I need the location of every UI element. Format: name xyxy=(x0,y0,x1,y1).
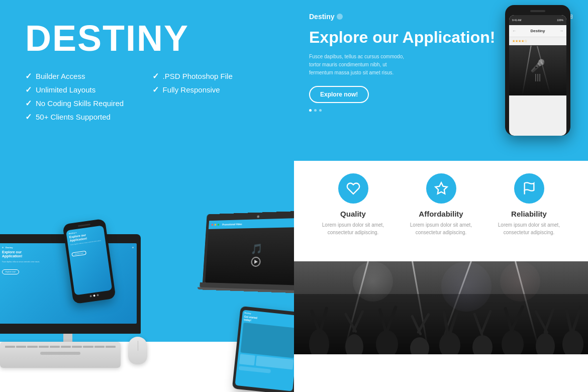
right-panel: Destiny Available for: ◆ ⊞ Explore our A… xyxy=(294,0,588,392)
feature-label: 50+ Clients Supported xyxy=(36,113,111,121)
feature-reliability: Reliability Lorem ipsum dolor sit amet, … xyxy=(485,173,573,236)
feature-item: ✓ Unlimited Layouts xyxy=(25,85,142,94)
quality-desc: Lorem ipsum dolor sit amet, consectetur … xyxy=(314,221,392,236)
nav-brand: Destiny xyxy=(309,13,343,21)
hero-description: Fusce dapibus, tellus ac cursus commodo,… xyxy=(309,53,410,77)
features-row: Quality Lorem ipsum dolor sit amet, cons… xyxy=(309,173,573,236)
star-icon xyxy=(434,181,448,195)
stage-light-2 xyxy=(441,261,492,312)
tablet-mockup: Destiny●●● Get startedtoday! xyxy=(232,306,294,392)
nav-brand-text: Destiny xyxy=(309,13,335,21)
laptop-mockup: Promotional Video 🎵 xyxy=(202,211,294,294)
phone-notch xyxy=(530,10,545,12)
check-icon: ✓ xyxy=(25,85,32,94)
feature-label: Fully Responsive xyxy=(163,85,220,94)
crowd-silhouette xyxy=(294,294,588,354)
phone-battery: 100% xyxy=(557,19,563,22)
feature-item: ✓ No Coding Skills Required xyxy=(25,99,142,108)
phone-image-area: 🎤 ||| xyxy=(509,45,566,95)
right-hero-section: Destiny Available for: ◆ ⊞ Explore our A… xyxy=(294,0,588,161)
brand-title: DESTINY xyxy=(25,20,269,56)
check-icon: ✓ xyxy=(25,71,32,81)
phone-stars: ★★★★☆ xyxy=(509,37,566,45)
phone-right-container: 9:41 AM 100% ← Destiny → ★★★★☆ 🎤 xyxy=(498,5,578,161)
feature-label: No Coding Skills Required xyxy=(36,99,124,108)
tablet-screen: Destiny●●● Get startedtoday! xyxy=(235,310,294,391)
features-grid: ✓ Builder Access ✓ .PSD Photoshop File ✓… xyxy=(25,71,269,122)
crowd-svg xyxy=(294,294,588,354)
devices-area: Destiny Explore ourApplication! Fusce da… xyxy=(0,131,294,392)
check-icon: ✓ xyxy=(152,85,159,94)
phone-left-screen: Destiny ● Explore ourApplication! Fusce … xyxy=(66,225,112,295)
feature-item: ✓ Fully Responsive xyxy=(152,85,269,94)
explore-button[interactable]: Explore now! xyxy=(309,86,369,103)
stage-light-1 xyxy=(353,261,393,302)
nav-brand-icon xyxy=(337,14,343,20)
feature-item xyxy=(152,99,269,108)
check-icon: ✓ xyxy=(152,71,159,81)
reliability-desc: Lorem ipsum dolor sit amet, consectetur … xyxy=(490,221,568,236)
affordability-desc: Lorem ipsum dolor sit amet, consectetur … xyxy=(402,221,480,236)
phone-time: 9:41 AM xyxy=(512,19,521,22)
heart-icon xyxy=(346,181,360,195)
concert-background xyxy=(294,261,588,354)
feature-quality: Quality Lorem ipsum dolor sit amet, cons… xyxy=(309,173,397,236)
dot-3[interactable] xyxy=(319,109,322,112)
phone-app-bar: ← Destiny → xyxy=(509,25,566,37)
quality-circle xyxy=(338,173,368,204)
dot-2[interactable] xyxy=(314,109,317,112)
feature-label: Builder Access xyxy=(36,72,85,80)
feature-item: ✓ 50+ Clients Supported xyxy=(25,112,142,122)
phone-status-bar: 9:41 AM 100% xyxy=(509,15,566,25)
feature-label: .PSD Photoshop File xyxy=(163,72,233,80)
mouse xyxy=(128,337,147,364)
feature-item: ✓ Builder Access xyxy=(25,71,142,81)
keyboard xyxy=(0,342,121,368)
check-icon: ✓ xyxy=(25,112,32,122)
check-icon: ✓ xyxy=(25,99,32,108)
feature-label: Unlimited Layouts xyxy=(36,85,95,94)
feature-affordability: Affordability Lorem ipsum dolor sit amet… xyxy=(397,173,485,236)
features-section: Quality Lorem ipsum dolor sit amet, cons… xyxy=(294,161,588,261)
reliability-title: Reliability xyxy=(490,210,568,218)
phone-right-mockup: 9:41 AM 100% ← Destiny → ★★★★☆ 🎤 xyxy=(505,5,570,136)
reliability-circle xyxy=(514,173,544,204)
quality-title: Quality xyxy=(314,210,392,218)
phone-app-title: Destiny xyxy=(531,29,545,33)
svg-marker-0 xyxy=(435,182,447,193)
laptop-display: Promotional Video 🎵 xyxy=(205,218,294,285)
left-content: DESTINY ✓ Builder Access ✓ .PSD Photosho… xyxy=(0,0,294,142)
concert-image xyxy=(294,261,588,354)
flag-icon xyxy=(522,181,536,195)
dot-1[interactable] xyxy=(309,109,312,112)
feature-item: ✓ .PSD Photoshop File xyxy=(152,71,269,81)
phone-right-screen: 9:41 AM 100% ← Destiny → ★★★★☆ 🎤 xyxy=(509,15,566,136)
affordability-title: Affordability xyxy=(402,210,480,218)
left-panel: DESTINY ✓ Builder Access ✓ .PSD Photosho… xyxy=(0,0,294,392)
laptop-screen-frame: Promotional Video 🎵 xyxy=(203,211,294,286)
affordability-circle xyxy=(426,173,456,204)
stage-light-3 xyxy=(500,261,540,302)
